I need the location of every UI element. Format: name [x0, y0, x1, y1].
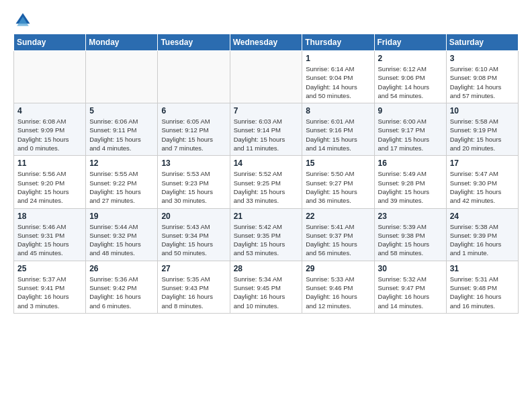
day-number: 9 [378, 106, 443, 116]
day-info: Sunrise: 5:43 AM Sunset: 9:34 PM Dayligh… [161, 222, 226, 258]
calendar-cell: 24Sunrise: 5:38 AM Sunset: 9:39 PM Dayli… [446, 208, 518, 261]
calendar-cell: 7Sunrise: 6:03 AM Sunset: 9:14 PM Daylig… [230, 103, 302, 156]
calendar-cell: 12Sunrise: 5:55 AM Sunset: 9:22 PM Dayli… [86, 156, 158, 208]
calendar-cell [230, 51, 302, 103]
logo [13, 11, 35, 30]
calendar-cell: 10Sunrise: 5:58 AM Sunset: 9:19 PM Dayli… [446, 103, 518, 156]
day-number: 23 [378, 212, 443, 221]
weekday-thursday: Thursday [302, 34, 374, 51]
day-info: Sunrise: 5:52 AM Sunset: 9:25 PM Dayligh… [234, 169, 299, 205]
day-number: 12 [89, 158, 154, 168]
day-info: Sunrise: 5:33 AM Sunset: 9:46 PM Dayligh… [306, 275, 370, 310]
weekday-saturday: Saturday [446, 34, 518, 51]
day-info: Sunrise: 5:53 AM Sunset: 9:23 PM Dayligh… [161, 169, 226, 205]
day-info: Sunrise: 6:05 AM Sunset: 9:12 PM Dayligh… [161, 117, 226, 152]
day-info: Sunrise: 5:36 AM Sunset: 9:42 PM Dayligh… [89, 275, 154, 310]
day-info: Sunrise: 6:08 AM Sunset: 9:09 PM Dayligh… [17, 117, 82, 152]
day-number: 27 [161, 264, 226, 273]
calendar-cell: 18Sunrise: 5:46 AM Sunset: 9:31 PM Dayli… [14, 208, 86, 261]
day-info: Sunrise: 5:58 AM Sunset: 9:19 PM Dayligh… [450, 117, 515, 152]
calendar-cell: 29Sunrise: 5:33 AM Sunset: 9:46 PM Dayli… [302, 261, 374, 313]
calendar-cell: 8Sunrise: 6:01 AM Sunset: 9:16 PM Daylig… [302, 103, 374, 156]
calendar-cell: 15Sunrise: 5:50 AM Sunset: 9:27 PM Dayli… [302, 156, 374, 208]
day-info: Sunrise: 5:38 AM Sunset: 9:39 PM Dayligh… [450, 222, 515, 258]
day-info: Sunrise: 5:55 AM Sunset: 9:22 PM Dayligh… [89, 169, 154, 205]
day-number: 31 [450, 264, 515, 273]
day-number: 19 [89, 212, 154, 221]
weekday-header-row: SundayMondayTuesdayWednesdayThursdayFrid… [14, 34, 519, 51]
calendar-table: SundayMondayTuesdayWednesdayThursdayFrid… [13, 34, 519, 314]
week-row-1: 1Sunrise: 6:14 AM Sunset: 9:04 PM Daylig… [14, 51, 519, 103]
day-info: Sunrise: 5:56 AM Sunset: 9:20 PM Dayligh… [17, 169, 82, 205]
header [13, 11, 519, 30]
calendar-cell: 3Sunrise: 6:10 AM Sunset: 9:08 PM Daylig… [446, 51, 518, 103]
day-info: Sunrise: 5:35 AM Sunset: 9:43 PM Dayligh… [161, 275, 226, 310]
calendar-cell [158, 51, 230, 103]
day-number: 17 [450, 158, 515, 168]
day-number: 14 [234, 158, 299, 168]
day-number: 5 [89, 106, 154, 116]
day-number: 11 [17, 158, 82, 168]
calendar-cell: 21Sunrise: 5:42 AM Sunset: 9:35 PM Dayli… [230, 208, 302, 261]
calendar-cell: 28Sunrise: 5:34 AM Sunset: 9:45 PM Dayli… [230, 261, 302, 313]
day-info: Sunrise: 5:34 AM Sunset: 9:45 PM Dayligh… [234, 275, 299, 310]
calendar-cell [14, 51, 86, 103]
day-number: 10 [450, 106, 515, 116]
day-info: Sunrise: 6:10 AM Sunset: 9:08 PM Dayligh… [450, 64, 515, 100]
day-number: 4 [17, 106, 82, 116]
day-info: Sunrise: 5:42 AM Sunset: 9:35 PM Dayligh… [234, 222, 299, 258]
calendar-cell: 20Sunrise: 5:43 AM Sunset: 9:34 PM Dayli… [158, 208, 230, 261]
week-row-4: 18Sunrise: 5:46 AM Sunset: 9:31 PM Dayli… [14, 208, 519, 261]
calendar-cell: 16Sunrise: 5:49 AM Sunset: 9:28 PM Dayli… [374, 156, 446, 208]
day-number: 16 [378, 158, 443, 168]
day-number: 20 [161, 212, 226, 221]
weekday-tuesday: Tuesday [158, 34, 230, 51]
day-number: 21 [234, 212, 299, 221]
calendar-cell: 1Sunrise: 6:14 AM Sunset: 9:04 PM Daylig… [302, 51, 374, 103]
weekday-monday: Monday [86, 34, 158, 51]
day-number: 30 [378, 264, 443, 273]
day-info: Sunrise: 5:47 AM Sunset: 9:30 PM Dayligh… [450, 169, 515, 205]
calendar-cell: 27Sunrise: 5:35 AM Sunset: 9:43 PM Dayli… [158, 261, 230, 313]
weekday-sunday: Sunday [14, 34, 86, 51]
day-number: 18 [17, 212, 82, 221]
day-number: 3 [450, 54, 515, 63]
day-info: Sunrise: 6:00 AM Sunset: 9:17 PM Dayligh… [378, 117, 443, 152]
calendar-cell: 11Sunrise: 5:56 AM Sunset: 9:20 PM Dayli… [14, 156, 86, 208]
day-number: 22 [306, 212, 370, 221]
day-number: 24 [450, 212, 515, 221]
day-info: Sunrise: 5:49 AM Sunset: 9:28 PM Dayligh… [378, 169, 443, 205]
calendar-cell: 25Sunrise: 5:37 AM Sunset: 9:41 PM Dayli… [14, 261, 86, 313]
calendar-cell: 14Sunrise: 5:52 AM Sunset: 9:25 PM Dayli… [230, 156, 302, 208]
day-number: 26 [89, 264, 154, 273]
calendar-cell: 6Sunrise: 6:05 AM Sunset: 9:12 PM Daylig… [158, 103, 230, 156]
day-number: 6 [161, 106, 226, 116]
day-info: Sunrise: 6:03 AM Sunset: 9:14 PM Dayligh… [234, 117, 299, 152]
day-number: 25 [17, 264, 82, 273]
day-info: Sunrise: 5:44 AM Sunset: 9:32 PM Dayligh… [89, 222, 154, 258]
calendar-cell: 13Sunrise: 5:53 AM Sunset: 9:23 PM Dayli… [158, 156, 230, 208]
calendar-cell: 19Sunrise: 5:44 AM Sunset: 9:32 PM Dayli… [86, 208, 158, 261]
day-info: Sunrise: 5:32 AM Sunset: 9:47 PM Dayligh… [378, 275, 443, 310]
day-number: 15 [306, 158, 370, 168]
calendar-cell: 22Sunrise: 5:41 AM Sunset: 9:37 PM Dayli… [302, 208, 374, 261]
logo-icon [13, 11, 32, 30]
day-number: 29 [306, 264, 370, 273]
day-info: Sunrise: 5:46 AM Sunset: 9:31 PM Dayligh… [17, 222, 82, 258]
day-number: 2 [378, 54, 443, 63]
calendar-cell: 17Sunrise: 5:47 AM Sunset: 9:30 PM Dayli… [446, 156, 518, 208]
calendar-cell: 9Sunrise: 6:00 AM Sunset: 9:17 PM Daylig… [374, 103, 446, 156]
day-info: Sunrise: 5:50 AM Sunset: 9:27 PM Dayligh… [306, 169, 370, 205]
weekday-wednesday: Wednesday [230, 34, 302, 51]
day-number: 28 [234, 264, 299, 273]
day-info: Sunrise: 5:41 AM Sunset: 9:37 PM Dayligh… [306, 222, 370, 258]
week-row-2: 4Sunrise: 6:08 AM Sunset: 9:09 PM Daylig… [14, 103, 519, 156]
day-info: Sunrise: 6:01 AM Sunset: 9:16 PM Dayligh… [306, 117, 370, 152]
weekday-friday: Friday [374, 34, 446, 51]
week-row-3: 11Sunrise: 5:56 AM Sunset: 9:20 PM Dayli… [14, 156, 519, 208]
calendar-cell: 31Sunrise: 5:31 AM Sunset: 9:48 PM Dayli… [446, 261, 518, 313]
calendar-cell: 2Sunrise: 6:12 AM Sunset: 9:06 PM Daylig… [374, 51, 446, 103]
calendar-cell [86, 51, 158, 103]
calendar-cell: 23Sunrise: 5:39 AM Sunset: 9:38 PM Dayli… [374, 208, 446, 261]
day-info: Sunrise: 5:37 AM Sunset: 9:41 PM Dayligh… [17, 275, 82, 310]
